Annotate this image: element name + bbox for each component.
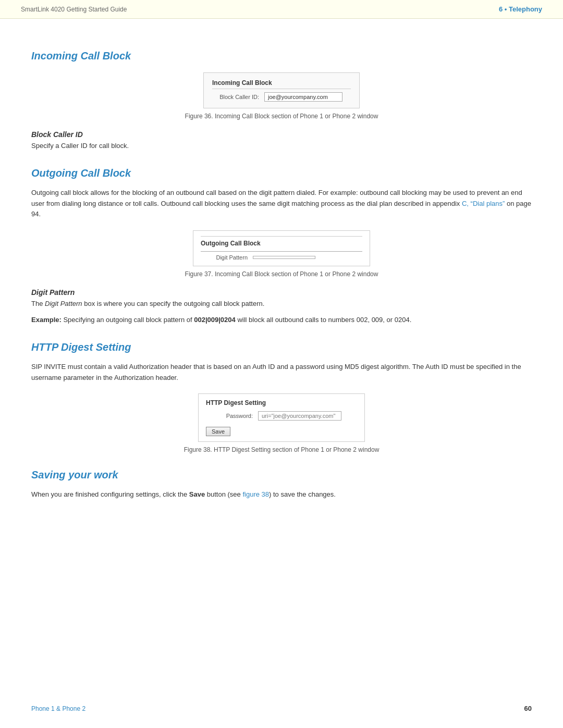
save-button[interactable]: Save xyxy=(206,427,230,436)
outgoing-example: Example: Specifying an outgoing call blo… xyxy=(31,315,532,326)
block-caller-id-text: Specify a Caller ID for call block. xyxy=(31,141,532,152)
chapter-label: 6 • Telephony xyxy=(499,5,542,13)
incoming-call-block-mockup: Incoming Call Block Block Caller ID: joe… xyxy=(203,72,360,108)
http-digest-mockup: HTTP Digest Setting Password: uri="joe@y… xyxy=(198,393,365,442)
digit-pattern-row: Digit Pattern xyxy=(201,254,362,261)
figure-37-caption: Figure 37. Incoming Call Block section o… xyxy=(185,270,378,278)
page-wrapper: SmartLink 4020 Getting Started Guide 6 •… xyxy=(0,0,563,728)
block-caller-id-input[interactable]: joe@yourcompany.com xyxy=(264,92,342,102)
save-button-wrapper: Save xyxy=(206,424,357,436)
footer-left-label: Phone 1 & Phone 2 xyxy=(31,705,85,712)
mockup-bottom-line xyxy=(201,251,362,252)
digit-pattern-input[interactable] xyxy=(253,256,315,259)
password-input[interactable]: uri="joe@yourcompany.com" xyxy=(258,411,341,421)
main-content: Incoming Call Block Incoming Call Block … xyxy=(0,19,563,537)
digit-pattern-label: Digit Pattern xyxy=(201,254,248,261)
page-footer: Phone 1 & Phone 2 60 xyxy=(0,705,563,712)
dial-plans-link[interactable]: C, “Dial plans” xyxy=(462,200,505,207)
figure-38-container: HTTP Digest Setting Password: uri="joe@y… xyxy=(31,393,532,453)
block-caller-id-label: Block Caller ID: xyxy=(212,94,259,100)
footer-page-number: 60 xyxy=(524,705,532,712)
guide-title: SmartLink 4020 Getting Started Guide xyxy=(21,6,127,13)
header-bar: SmartLink 4020 Getting Started Guide 6 •… xyxy=(0,0,563,19)
outgoing-call-block-heading: Outgoing Call Block xyxy=(31,167,532,179)
outgoing-call-block-body: Outgoing call block allows for the block… xyxy=(31,188,532,220)
saving-your-work-body: When you are finished configuring settin… xyxy=(31,489,532,500)
example-label: Example: xyxy=(31,316,62,324)
http-digest-body: SIP INVITE must contain a valid Authoriz… xyxy=(31,362,532,384)
digit-pattern-subheading: Digit Pattern xyxy=(31,288,532,297)
figure-37-container: Outgoing Call Block Digit Pattern Figure… xyxy=(31,230,532,278)
http-digest-mockup-title: HTTP Digest Setting xyxy=(206,399,357,409)
incoming-call-block-heading: Incoming Call Block xyxy=(31,50,532,62)
figure-36-caption: Figure 36. Incoming Call Block section o… xyxy=(185,113,378,120)
digit-pattern-desc: The Digit Pattern box is where you can s… xyxy=(31,299,532,310)
outgoing-call-block-mockup: Outgoing Call Block Digit Pattern xyxy=(193,230,370,266)
mockup-top-line xyxy=(201,236,362,237)
saving-your-work-heading: Saving your work xyxy=(31,469,532,481)
block-caller-id-subheading: Block Caller ID xyxy=(31,130,532,139)
password-row: Password: uri="joe@yourcompany.com" xyxy=(206,411,357,421)
figure-36-container: Incoming Call Block Block Caller ID: joe… xyxy=(31,72,532,120)
block-caller-id-row: Block Caller ID: joe@yourcompany.com xyxy=(212,92,351,102)
outgoing-mockup-title: Outgoing Call Block xyxy=(201,240,362,249)
http-digest-setting-heading: HTTP Digest Setting xyxy=(31,341,532,353)
incoming-mockup-title: Incoming Call Block xyxy=(212,79,351,89)
figure38-link[interactable]: figure 38 xyxy=(242,490,269,498)
password-label: Password: xyxy=(206,413,253,419)
figure-38-caption: Figure 38. HTTP Digest Setting section o… xyxy=(184,446,380,453)
